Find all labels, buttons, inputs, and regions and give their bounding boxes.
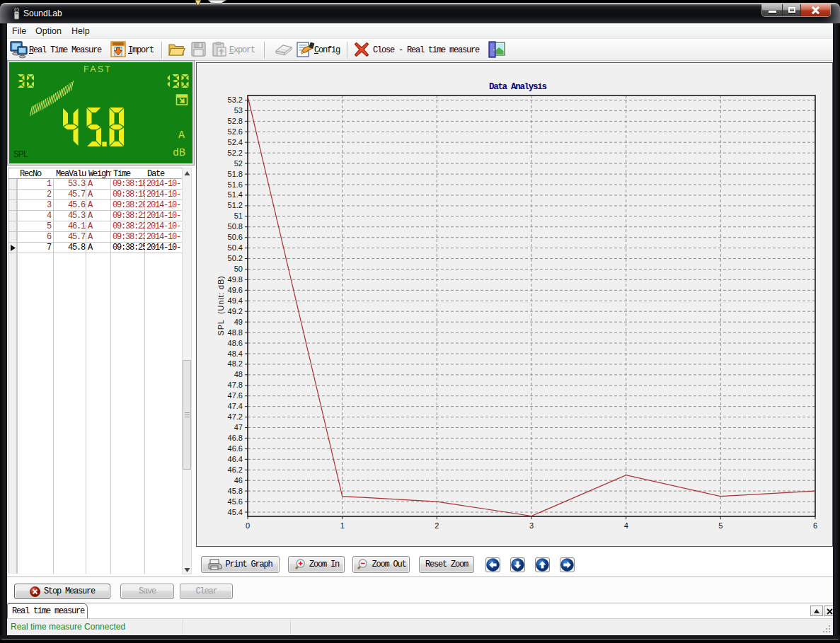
svg-text:FAST: FAST [84, 64, 112, 74]
svg-text:47.6: 47.6 [228, 391, 243, 400]
svg-text:SPL: SPL [13, 149, 28, 160]
svg-text:48.8: 48.8 [228, 328, 243, 337]
svg-text:48.2: 48.2 [228, 359, 243, 368]
svg-text:45.8: 45.8 [228, 487, 243, 495]
svg-text:5: 5 [718, 521, 723, 530]
svg-text:50: 50 [234, 265, 243, 273]
svg-text:4: 4 [624, 521, 628, 530]
svg-text:52.2: 52.2 [228, 149, 243, 157]
svg-text:52.6: 52.6 [228, 127, 243, 136]
svg-text:Data Analysis: Data Analysis [489, 82, 546, 92]
svg-text:52: 52 [234, 159, 243, 168]
svg-text:1: 1 [340, 521, 345, 530]
svg-text:49.2: 49.2 [228, 307, 243, 315]
svg-text:6: 6 [813, 521, 817, 530]
svg-text:47.2: 47.2 [228, 412, 243, 421]
svg-text:53.2: 53.2 [228, 95, 243, 104]
svg-text:48.4: 48.4 [228, 349, 243, 358]
svg-text:51.2: 51.2 [228, 201, 243, 209]
svg-text:46.6: 46.6 [228, 444, 243, 453]
svg-text:48: 48 [234, 370, 243, 378]
svg-text:2: 2 [435, 521, 439, 530]
svg-text:50.6: 50.6 [228, 233, 243, 241]
svg-text:46.8: 46.8 [228, 434, 243, 442]
svg-text:49.6: 49.6 [228, 286, 243, 294]
svg-text:52.8: 52.8 [228, 117, 243, 125]
svg-text:47.4: 47.4 [228, 402, 243, 410]
svg-text:A: A [178, 129, 185, 141]
svg-text:46: 46 [234, 476, 243, 485]
svg-text:50.4: 50.4 [228, 243, 243, 252]
svg-text:49: 49 [234, 318, 243, 326]
svg-text:3: 3 [529, 521, 534, 530]
svg-text:50.8: 50.8 [228, 222, 243, 231]
svg-text:45.6: 45.6 [228, 497, 243, 506]
svg-text:52.4: 52.4 [228, 138, 243, 146]
svg-text:0: 0 [246, 521, 250, 530]
svg-text:46.4: 46.4 [228, 455, 243, 463]
svg-text:49.8: 49.8 [228, 275, 243, 284]
svg-text:51.6: 51.6 [228, 180, 243, 189]
svg-text:46.2: 46.2 [228, 465, 243, 474]
svg-text:51: 51 [234, 212, 243, 220]
svg-text:51.4: 51.4 [228, 190, 243, 199]
svg-text:SPL (Unit: dB): SPL (Unit: dB) [217, 276, 225, 336]
svg-text:51.8: 51.8 [228, 170, 243, 178]
svg-text:47.8: 47.8 [228, 381, 243, 389]
svg-text:49.4: 49.4 [228, 296, 243, 305]
svg-text:47: 47 [234, 423, 243, 431]
svg-text:53: 53 [234, 106, 243, 115]
svg-text:45.4: 45.4 [228, 508, 243, 516]
svg-text:48.6: 48.6 [228, 339, 243, 347]
svg-text:dB: dB [173, 147, 185, 159]
svg-text:50.2: 50.2 [228, 254, 243, 262]
